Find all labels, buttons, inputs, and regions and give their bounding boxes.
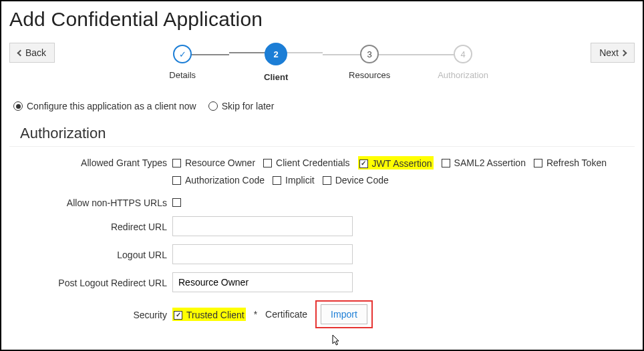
checkbox-icon (359, 159, 368, 168)
page-title: Add Confidential Application (9, 4, 635, 43)
next-button[interactable]: Next (591, 43, 635, 63)
checkbox-icon (172, 198, 181, 207)
step-resources[interactable]: 3 Resources (323, 45, 416, 80)
redirect-url-input[interactable] (172, 216, 353, 236)
checkbox-refresh-token[interactable]: Refresh Token (534, 157, 607, 168)
label-post-logout: Post Logout Redirect URL (9, 276, 172, 288)
import-highlight: Import (315, 300, 373, 328)
step-number: 3 (360, 45, 379, 63)
label-grant-types: Allowed Grant Types (9, 156, 172, 168)
step-details[interactable]: ✓ Details (136, 45, 229, 80)
checkbox-icon (172, 176, 181, 185)
import-button[interactable]: Import (321, 304, 367, 324)
label-redirect-url: Redirect URL (9, 220, 172, 232)
radio-icon (208, 101, 218, 111)
radio-label: Configure this application as a client n… (27, 101, 196, 111)
checkbox-icon (174, 311, 182, 320)
step-client[interactable]: 2 Client (229, 43, 323, 82)
checkbox-trusted-client[interactable]: Trusted Client (174, 310, 245, 320)
step-number: 4 (454, 45, 472, 63)
radio-skip-later[interactable]: Skip for later (208, 101, 275, 111)
checkbox-icon (273, 176, 281, 185)
checkbox-icon (263, 159, 272, 167)
checkbox-icon (323, 176, 331, 185)
checkbox-device-code[interactable]: Device Code (323, 175, 389, 186)
checkbox-resource-owner[interactable]: Resource Owner (172, 157, 255, 168)
label-logout-url: Logout URL (9, 248, 172, 260)
label-security: Security (9, 308, 172, 320)
check-icon: ✓ (173, 45, 192, 63)
label-allow-http: Allow non-HTTPS URLs (9, 196, 172, 208)
checkbox-jwt-assertion[interactable]: JWT Assertion (359, 158, 432, 169)
mouse-cursor-icon (332, 334, 341, 346)
required-marker: * (254, 309, 257, 320)
certificate-label: Certificate (265, 309, 307, 320)
step-authorization[interactable]: 4 Authorization (416, 45, 510, 80)
radio-icon (13, 101, 23, 111)
checkbox-saml2-assertion[interactable]: SAML2 Assertion (442, 157, 526, 168)
logout-url-input[interactable] (172, 244, 353, 264)
step-label: Authorization (438, 70, 488, 80)
section-authorization: Authorization (9, 125, 635, 147)
next-label: Next (599, 47, 619, 58)
checkbox-icon (534, 159, 542, 167)
step-number: 2 (265, 43, 287, 65)
radio-label: Skip for later (222, 101, 275, 111)
checkbox-allow-http[interactable] (172, 198, 181, 207)
checkbox-client-credentials[interactable]: Client Credentials (263, 157, 350, 168)
radio-configure-now[interactable]: Configure this application as a client n… (13, 101, 196, 111)
back-label: Back (25, 47, 46, 58)
checkbox-authorization-code[interactable]: Authorization Code (172, 175, 265, 186)
post-logout-url-input[interactable] (172, 272, 353, 292)
checkbox-icon (442, 159, 450, 167)
step-label: Resources (349, 70, 390, 80)
step-label: Client (264, 72, 288, 82)
back-button[interactable]: Back (9, 43, 55, 63)
chevron-right-icon (621, 49, 627, 56)
step-label: Details (169, 70, 196, 80)
wizard-stepper: ✓ Details 2 Client 3 Resources 4 Authori… (55, 43, 591, 82)
checkbox-icon (172, 159, 181, 167)
checkbox-implicit[interactable]: Implicit (273, 175, 315, 186)
chevron-left-icon (17, 49, 24, 56)
